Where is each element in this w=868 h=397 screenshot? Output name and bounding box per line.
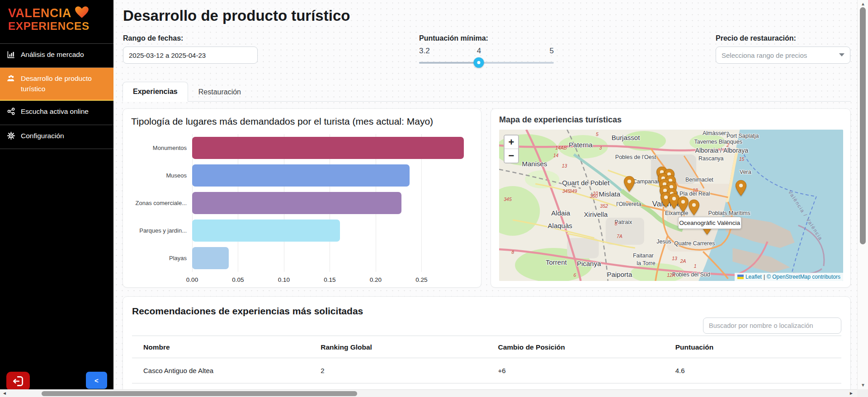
logout-icon <box>12 375 24 388</box>
chart-x-tick: 0.25 <box>415 276 427 283</box>
chart-x-axis: 0.000.050.100.150.200.25 <box>192 276 471 285</box>
chart-bar <box>192 192 401 214</box>
table-cell: +6 <box>487 358 664 383</box>
logo-text-line2: EXPERIENCES <box>8 20 90 32</box>
chart-bar <box>192 137 464 159</box>
scroll-right-arrow[interactable]: ► <box>849 391 854 396</box>
map-place-label: la Torre <box>637 260 655 266</box>
map-road-ref: 7A <box>617 234 623 239</box>
map-place-label: Torrent <box>546 258 567 266</box>
map-place-label: Mislata <box>599 190 621 198</box>
map-marker-icon[interactable] <box>688 199 700 215</box>
map-place-label: Paterna <box>569 140 593 148</box>
map-road-ref: 2 <box>726 142 729 148</box>
map-place-label: Campanar <box>633 178 659 185</box>
min-score-slider[interactable] <box>419 57 554 69</box>
scroll-left-arrow[interactable]: ◄ <box>2 391 7 396</box>
map-place-label: Alboraia / Alboraya <box>695 147 749 154</box>
search-input[interactable] <box>703 318 841 334</box>
map-place-label: Picanya <box>577 260 601 267</box>
map-road-ref: 18 <box>693 187 698 193</box>
osm-link[interactable]: © OpenStreetMap contributors <box>767 274 840 280</box>
map-place-label: Quart de Poblet <box>562 179 609 187</box>
leaflet-link[interactable]: Leaflet <box>745 274 762 280</box>
price-range-select[interactable]: Selecciona rango de precios <box>716 47 850 64</box>
app-window: VALENCIA EXPERIENCES Análisis de mercado… <box>0 0 868 397</box>
sidebar-item-configuraci-n[interactable]: Configuración <box>0 125 113 149</box>
tab-restauración[interactable]: Restauración <box>188 82 251 102</box>
logout-button[interactable] <box>6 372 30 391</box>
sidebar-item-label: Desarrollo de producto turístico <box>21 74 107 94</box>
map-place-label: Paiporta <box>607 270 632 278</box>
map-place-label: Manises <box>522 160 547 168</box>
sidebar-item-desarrollo-de-producto-tur-stico[interactable]: Desarrollo de producto turístico <box>0 68 113 101</box>
vertical-scrollbar[interactable]: ▲ ▼ <box>857 0 868 389</box>
sidebar-item-label: Escucha activa online <box>21 107 89 117</box>
sidebar-item-escucha-activa-online[interactable]: Escucha activa online <box>0 101 113 125</box>
sidebar-item-an-lisis-de-mercado[interactable]: Análisis de mercado <box>0 44 113 68</box>
chart-bar <box>192 220 340 242</box>
date-range-label: Rango de fechas: <box>123 34 258 42</box>
horizontal-scroll-thumb[interactable] <box>42 391 357 396</box>
tab-experiencias[interactable]: Experiencias <box>123 82 188 102</box>
vertical-scroll-thumb[interactable] <box>860 7 866 244</box>
map-place-label: Aldaia <box>551 209 570 217</box>
page-title: Desarrollo de producto turístico <box>123 7 350 24</box>
table-header-ranking-global: Ranking Global <box>309 336 486 358</box>
gear-icon <box>7 131 16 143</box>
slider-value-labels: 3.2 4 5 <box>419 47 554 56</box>
bar-chart-icon <box>7 50 16 61</box>
sidebar-collapse-button[interactable]: < <box>86 372 107 389</box>
osm-attribution: © OpenStreetMap contributors <box>767 274 840 280</box>
map-marker-icon[interactable] <box>623 176 635 192</box>
map-zoom-control: + − <box>504 135 519 163</box>
chart-x-tick: 0.00 <box>186 276 198 283</box>
map-place-label: Poblats Marítims <box>708 210 750 216</box>
ukraine-flag-icon <box>737 275 744 279</box>
map-place-label: Rascanya <box>698 155 724 162</box>
map-road-ref: 1 <box>694 263 697 269</box>
map-road-ref: 5 <box>596 131 599 137</box>
chart-bar-row: Playas <box>131 244 473 272</box>
horizontal-scrollbar[interactable]: ◄ ► <box>0 389 857 397</box>
price-filter-label: Precio de restauración: <box>716 34 850 42</box>
table-row[interactable]: Casco Antiguo de Altea2+64.6 <box>132 358 841 383</box>
chart-bar-row: Zonas comerciale... <box>131 189 473 217</box>
map-road-ref: 10 <box>593 191 598 196</box>
chart-x-tick: 0.05 <box>232 276 244 283</box>
slider-handle[interactable] <box>474 57 484 68</box>
map-place-label: Jesús <box>656 238 671 245</box>
recommendations-table: NombreRanking GlobalCambio de PosiciónPu… <box>132 336 841 383</box>
zoom-in-button[interactable]: + <box>505 135 518 149</box>
map-place-label: Alaquàs <box>548 222 572 229</box>
map-place-label: Port Saplatja <box>726 133 759 139</box>
scroll-down-arrow[interactable]: ▼ <box>858 383 868 388</box>
recommendations-card: Recomendaciones de experiencias más soli… <box>123 296 851 389</box>
chart-category-label: Museos <box>131 172 192 179</box>
map-place-label: Burjassot <box>612 134 640 141</box>
map-place-label: Tavernes Blanques <box>694 139 742 145</box>
map-road-ref: 6 <box>573 272 576 278</box>
scroll-up-arrow[interactable]: ▲ <box>858 1 868 6</box>
map-marker-icon[interactable] <box>677 196 689 212</box>
leaflet-map[interactable]: PaternaBurjassotAlmàsseraPort SaplatjaTa… <box>499 130 843 281</box>
map-place-label: Vera <box>740 169 751 175</box>
table-header-cambio-de-posici-n: Cambio de Posición <box>487 336 664 358</box>
scrollbar-corner <box>857 389 868 397</box>
map-place-label: Faitanar <box>633 252 654 259</box>
slider-fill <box>419 62 479 64</box>
attribution-separator: | <box>764 274 765 280</box>
chart-bar-row: Monumentos <box>131 134 473 162</box>
valencia-experiences-logo: VALENCIA EXPERIENCES <box>0 0 113 37</box>
date-range-input[interactable] <box>123 47 258 64</box>
bar-chart: MonumentosMuseosZonas comerciale...Parqu… <box>131 134 473 272</box>
zoom-out-button[interactable]: − <box>505 149 518 163</box>
typology-chart-card: Tipología de lugares más demandados por … <box>123 108 481 288</box>
map-place-label: l'Olivereta <box>616 201 641 207</box>
table-header-nombre: Nombre <box>132 336 309 358</box>
chart-category-label: Monumentos <box>131 145 192 151</box>
map-road-ref: 15 <box>739 156 745 162</box>
map-road-ref: 14 <box>553 153 559 158</box>
map-marker-icon[interactable] <box>735 180 747 196</box>
chart-x-tick: 0.10 <box>278 276 290 283</box>
